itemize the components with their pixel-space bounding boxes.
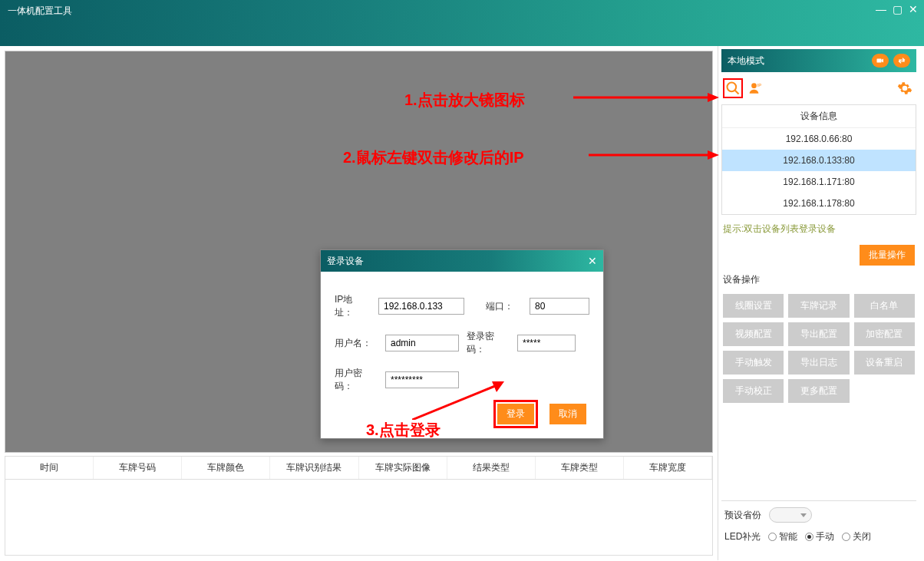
arrow-step1 (573, 90, 719, 105)
col-color: 车牌颜色 (182, 457, 270, 479)
col-resulttype: 结果类型 (447, 457, 536, 479)
arrow-step2 (589, 147, 719, 163)
port-label: 端口： (486, 300, 522, 313)
ip-label: IP地址： (335, 293, 371, 319)
op-manual-trigger[interactable]: 手动触发 (723, 351, 784, 375)
maximize-icon[interactable]: ▢ (893, 3, 903, 15)
user-input[interactable] (385, 335, 459, 351)
cancel-button[interactable]: 取消 (549, 404, 586, 424)
search-icon[interactable] (723, 78, 743, 98)
hint-text: 提示:双击设备列表登录设备 (721, 218, 916, 240)
device-item[interactable]: 192.168.1.171:80 (722, 171, 916, 193)
login-pwd-input[interactable] (517, 335, 576, 351)
sidebar: 本地模式 IP (718, 46, 919, 560)
preset-province-label: 预设省份 (724, 509, 761, 522)
gear-icon[interactable] (895, 78, 915, 98)
window-controls: — ▢ ✕ (876, 3, 918, 15)
svg-text:IP: IP (757, 83, 762, 87)
user-pwd-input[interactable] (385, 371, 459, 388)
ip-input[interactable] (378, 298, 464, 315)
col-image: 车牌实际图像 (359, 457, 447, 479)
col-plate: 车牌号码 (94, 457, 182, 479)
op-manual-correct[interactable]: 手动校正 (723, 379, 784, 403)
op-more-config[interactable]: 更多配置 (788, 379, 849, 403)
camera-icon[interactable] (872, 54, 889, 68)
dialog-close-icon[interactable]: ✕ (588, 255, 597, 267)
sync-icon[interactable] (893, 54, 910, 68)
user-label: 用户名： (335, 337, 378, 350)
ops-title: 设备操作 (721, 270, 916, 289)
col-width: 车牌宽度 (624, 457, 712, 479)
titlebar: 一体机配置工具 — ▢ ✕ (0, 0, 924, 46)
ip-user-icon[interactable]: IP (746, 78, 766, 98)
preset-province-select[interactable] (769, 507, 812, 523)
bottom-panel: 预设省份 LED补光 智能 手动 关闭 (721, 500, 916, 557)
login-button[interactable]: 登录 (497, 404, 534, 424)
tool-row: IP (721, 75, 916, 101)
mode-label: 本地模式 (728, 54, 764, 68)
op-coil-settings[interactable]: 线圈设置 (723, 294, 784, 318)
annotation-step2: 2.鼠标左键双击修改后的IP (343, 147, 524, 168)
col-time: 时间 (5, 457, 94, 479)
batch-button[interactable]: 批量操作 (860, 245, 915, 266)
op-encrypt-config[interactable]: 加密配置 (854, 322, 915, 346)
app-title: 一体机配置工具 (8, 5, 72, 18)
device-info-header: 设备信息 (722, 105, 916, 128)
video-preview-area: 登录设备 ✕ IP地址： 端口： 用户名： 登录密码： (5, 51, 713, 453)
device-panel: 设备信息 192.168.0.66:80 192.168.0.133:80 19… (721, 104, 916, 215)
svg-line-8 (735, 91, 739, 94)
led-label: LED补光 (724, 530, 761, 543)
table-header-row: 时间 车牌号码 车牌颜色 车牌识别结果 车牌实际图像 结果类型 车牌类型 车牌宽… (5, 457, 712, 480)
ops-grid: 线圈设置 车牌记录 白名单 视频配置 导出配置 加密配置 手动触发 导出日志 设… (721, 292, 916, 404)
device-item[interactable]: 192.168.0.66:80 (722, 128, 916, 150)
user-pwd-label: 用户密码： (335, 367, 378, 393)
svg-point-9 (751, 83, 757, 88)
dialog-titlebar[interactable]: 登录设备 ✕ (321, 250, 603, 272)
minimize-icon[interactable]: — (876, 3, 886, 15)
led-option-smart[interactable]: 智能 (768, 530, 797, 543)
svg-point-7 (728, 83, 737, 92)
close-icon[interactable]: ✕ (909, 3, 918, 15)
op-export-config[interactable]: 导出配置 (788, 322, 849, 346)
op-device-reboot[interactable]: 设备重启 (854, 351, 915, 375)
login-dialog: 登录设备 ✕ IP地址： 端口： 用户名： 登录密码： (320, 249, 604, 439)
op-whitelist[interactable]: 白名单 (854, 294, 915, 318)
device-list: 192.168.0.66:80 192.168.0.133:80 192.168… (722, 128, 916, 214)
op-video-config[interactable]: 视频配置 (723, 322, 784, 346)
col-recog: 车牌识别结果 (270, 457, 358, 479)
op-export-log[interactable]: 导出日志 (788, 351, 849, 375)
led-option-off[interactable]: 关闭 (842, 530, 871, 543)
svg-rect-6 (877, 59, 882, 63)
login-pwd-label: 登录密码： (467, 330, 510, 356)
mode-bar: 本地模式 (721, 49, 916, 72)
dialog-title: 登录设备 (327, 255, 364, 268)
col-platetype: 车牌类型 (536, 457, 624, 479)
port-input[interactable] (530, 298, 589, 315)
op-plate-record[interactable]: 车牌记录 (788, 294, 849, 318)
result-table: 时间 车牌号码 车牌颜色 车牌识别结果 车牌实际图像 结果类型 车牌类型 车牌宽… (5, 456, 713, 556)
device-item[interactable]: 192.168.1.178:80 (722, 193, 916, 214)
led-option-manual[interactable]: 手动 (805, 530, 834, 543)
annotation-step1: 1.点击放大镜图标 (404, 90, 525, 111)
device-item[interactable]: 192.168.0.133:80 (722, 150, 916, 171)
